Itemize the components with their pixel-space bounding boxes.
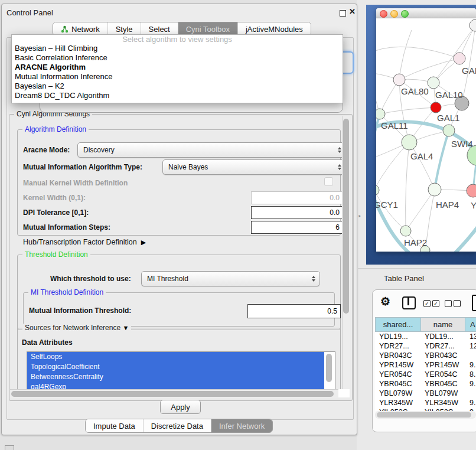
list-vertical-scrollbar[interactable]	[326, 354, 332, 382]
dropdown-item[interactable]: Basic Correlation Inference	[12, 53, 343, 63]
node-label: GAL	[462, 66, 476, 76]
node-GAL11[interactable]	[376, 109, 385, 119]
tab-discretize-data[interactable]: Discretize Data	[143, 419, 211, 432]
dropdown-item-highlighted[interactable]: ARACNE Algorithm	[12, 63, 343, 72]
tab-infer-network[interactable]: Infer Network	[211, 419, 272, 432]
hub-tf-definition-toggle[interactable]: Hub/Transcription Factor Definition ▶	[23, 238, 146, 246]
settings-vertical-scrollbar[interactable]	[342, 116, 350, 389]
node-label: GAL11	[381, 120, 408, 131]
table-body[interactable]: YDL19...YDL19...13 YDR27...YDR27...12 YB…	[375, 332, 476, 411]
scrollbar-thumb[interactable]	[377, 412, 471, 418]
control-panel-title: Control Panel	[6, 8, 53, 17]
table-row[interactable]: YBR045CYBR045C9.	[375, 379, 476, 389]
mi-algorithm-type-combo[interactable]: Naive Bayes	[162, 159, 346, 175]
dropdown-item[interactable]: Dream8 DC_TDC Algorithm	[12, 91, 343, 100]
table-row[interactable]: YBL079WYBL079W	[375, 389, 476, 398]
node-GAL4[interactable]	[402, 135, 417, 150]
bottom-left-panel-icon[interactable]	[5, 445, 14, 450]
node-label: GAL80	[401, 86, 429, 96]
tab-impute-data[interactable]: Impute Data	[86, 419, 143, 432]
table-row[interactable]: YER054CYER054C8.	[375, 370, 476, 379]
which-threshold-label: Which threshold to use:	[50, 275, 131, 283]
collapse-down-icon[interactable]: ▼	[122, 324, 129, 331]
node-GAL80[interactable]	[393, 74, 405, 86]
table-row[interactable]: YLR345WYLR345W9.	[375, 398, 476, 407]
float-window-icon[interactable]	[340, 10, 346, 17]
table-header-row: shared... name A	[375, 317, 476, 332]
node-top-right[interactable]	[470, 19, 476, 31]
column-header-partial[interactable]: A	[465, 317, 476, 332]
close-icon[interactable]: ✕	[349, 7, 356, 16]
checked-box-icon: ✓	[423, 300, 431, 307]
list-item-selected[interactable]: TopologicalCoefficient	[27, 362, 324, 372]
network-edges-highlighted[interactable]	[376, 114, 476, 252]
node-GAL1[interactable]	[431, 102, 441, 113]
list-item-selected[interactable]: BetweennessCentrality	[27, 372, 324, 382]
node-HAP2[interactable]	[400, 226, 411, 236]
tab-select[interactable]: Select	[141, 22, 178, 35]
node-label: SWI4	[451, 139, 473, 149]
table-horizontal-scrollbar[interactable]	[375, 411, 476, 419]
scrollbar-thumb[interactable]	[343, 119, 349, 314]
mi-threshold-definition-title: MI Threshold Definition	[28, 288, 106, 296]
combo-stepper-icon	[312, 276, 315, 282]
panel-splitter-handle[interactable]: ‣	[358, 213, 361, 220]
settings-horizontal-scrollbar[interactable]	[10, 389, 338, 398]
mi-steps-label: Mutual Information Steps:	[23, 223, 110, 231]
column-header-shared-name[interactable]: shared...	[375, 317, 421, 332]
node-label: GAL10	[435, 90, 463, 100]
tab-network[interactable]: Network	[53, 22, 107, 35]
mi-steps-field[interactable]: 6	[251, 221, 343, 234]
zoom-button[interactable]	[401, 10, 409, 18]
network-view-window[interactable]: GAL GAL80 GAL10 GAL1 GAL11 SWI4 GAL4 GCY…	[376, 8, 476, 252]
node-gal-partial[interactable]	[454, 53, 465, 64]
tab-network-label: Network	[71, 25, 100, 34]
mi-threshold-label: Mutual Information Threshold:	[29, 306, 131, 315]
node-SWI4[interactable]	[443, 125, 455, 136]
node-GCY1[interactable]	[376, 185, 379, 195]
tab-style[interactable]: Style	[107, 22, 141, 35]
node-salmon[interactable]	[467, 184, 476, 197]
network-desktop: GAL GAL80 GAL10 GAL1 GAL11 SWI4 GAL4 GCY…	[366, 5, 476, 265]
dpi-tolerance-field[interactable]: 0.0	[251, 206, 343, 219]
table-row[interactable]: YDL19...YDL19...13	[375, 332, 476, 341]
network-icon	[61, 25, 69, 33]
table-row[interactable]: YPR145WYPR145W9.	[375, 360, 476, 370]
dropdown-prompt: Select algorithm to view settings	[12, 35, 343, 44]
unchecked-box-icon	[445, 300, 452, 307]
node-GAL10[interactable]	[428, 77, 439, 89]
data-attributes-list[interactable]: SelfLoops TopologicalCoefficient Between…	[27, 351, 335, 390]
dpi-tolerance-label: DPI Tolerance [0,1]:	[23, 208, 89, 217]
tab-cyni-toolbox[interactable]: Cyni Toolbox	[178, 22, 237, 35]
table-panel-divider	[358, 268, 476, 269]
column-header-name[interactable]: name	[421, 317, 465, 332]
aracne-mode-combo[interactable]: Discovery	[77, 142, 346, 158]
tab-jactivemnodules[interactable]: jActiveMNodules	[237, 22, 311, 35]
select-all-icon[interactable]: ✓ ✓	[423, 300, 439, 307]
column-layout-icon[interactable]	[402, 296, 416, 309]
scrollbar-thumb[interactable]	[11, 391, 334, 397]
expand-right-icon: ▶	[141, 239, 146, 246]
manual-kernel-width-checkbox[interactable]	[324, 177, 333, 186]
dropdown-item[interactable]: Mutual Information Inference	[12, 72, 343, 81]
network-window-titlebar[interactable]	[376, 8, 476, 18]
table-row[interactable]: YDR27...YDR27...12	[375, 341, 476, 351]
node-HAP4[interactable]	[428, 183, 441, 196]
dropdown-item[interactable]: Bayesian – Hill Climbing	[12, 44, 343, 53]
deselect-all-icon[interactable]	[445, 300, 461, 307]
kernel-width-field[interactable]: 0.0	[251, 191, 343, 204]
combo-stepper-icon	[338, 147, 341, 153]
which-threshold-combo[interactable]: MI Threshold	[141, 271, 320, 286]
gear-icon[interactable]: ⚙	[380, 295, 390, 308]
table-row[interactable]: YBR043CYBR043C	[375, 351, 476, 360]
list-item-selected[interactable]: SelfLoops	[27, 352, 324, 362]
combo-stepper-icon	[338, 164, 341, 170]
document-icon[interactable]	[472, 295, 476, 311]
network-canvas[interactable]: GAL GAL80 GAL10 GAL1 GAL11 SWI4 GAL4 GCY…	[376, 18, 476, 252]
apply-button[interactable]: Apply	[160, 400, 201, 414]
minimize-button[interactable]	[390, 10, 398, 18]
mi-threshold-field[interactable]: 0.5	[247, 304, 341, 318]
sources-group-title: Sources for Network Inference ▼	[22, 324, 131, 332]
dropdown-item[interactable]: Bayesian – K2	[12, 81, 343, 91]
close-button[interactable]	[380, 10, 387, 18]
